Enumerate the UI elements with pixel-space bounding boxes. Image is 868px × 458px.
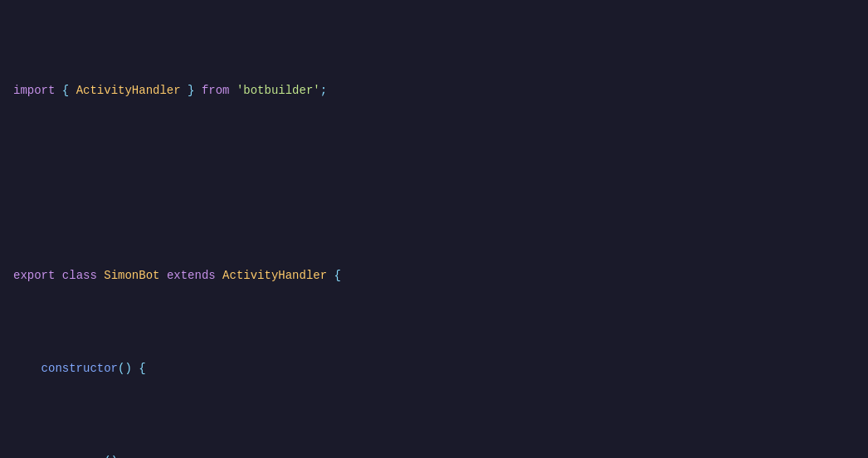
code-line-1: import { ActivityHandler } from 'botbuil… — [0, 81, 868, 100]
code-editor: import { ActivityHandler } from 'botbuil… — [0, 0, 868, 458]
code-line-3: export class SimonBot extends ActivityHa… — [0, 266, 868, 285]
code-line-2 — [0, 174, 868, 192]
code-line-5: super(); — [0, 452, 868, 458]
code-line-4: constructor() { — [0, 359, 868, 378]
